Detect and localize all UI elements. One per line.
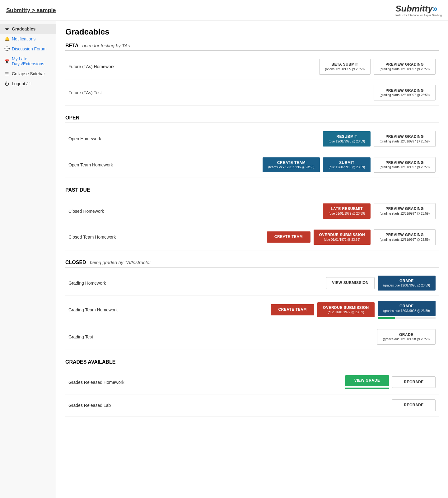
btn-label: CREATE TEAM (277, 161, 306, 165)
action-button[interactable]: GRADE(grades due 12/31/9998 @ 23:59) (377, 329, 436, 345)
sidebar-item-discussion-forum[interactable]: 💬Discussion Forum (0, 44, 56, 54)
btn-wrapper: OVERDUE SUBMISSION(due 01/01/1972 @ 23:5… (317, 302, 375, 318)
action-button[interactable]: VIEW GRADE (345, 375, 389, 386)
action-button[interactable]: RESUBMIT(due 12/31/9996 @ 23:59) (323, 131, 371, 147)
sidebar-label-gradeables: Gradeables (12, 26, 35, 31)
section-title-grades-available: GRADES AVAILABLE (65, 359, 115, 365)
btn-label: PREVIEW GRADING (385, 233, 424, 238)
gradeable-row: Grades Released HomeworkVIEW GRADEREGRAD… (65, 370, 439, 394)
action-button[interactable]: OVERDUE SUBMISSION(due 01/01/1972 @ 23:5… (314, 230, 371, 245)
progress-bar (345, 388, 389, 389)
sidebar-item-my-late-days[interactable]: 📅My Late Days/Extensions (0, 54, 56, 69)
btn-sublabel: (due 12/31/9996 @ 23:59) (329, 139, 365, 143)
section-past-due: PAST DUEClosed HomeworkLATE RESUBMIT(due… (65, 187, 439, 250)
btn-sublabel: (due 12/31/9996 @ 23:59) (329, 165, 365, 169)
action-button[interactable]: CREATE TEAM(teams lock 12/31/9996 @ 23:5… (263, 157, 320, 173)
btn-label: SUBMIT (339, 161, 354, 165)
action-button[interactable]: PREVIEW GRADING(grading starts 12/31/999… (374, 157, 436, 173)
section-open: OPENOpen HomeworkRESUBMIT(due 12/31/9996… (65, 115, 439, 178)
section-subtitle-closed: being graded by TA/Instructor (90, 260, 151, 265)
gradeable-name: Grading Homework (68, 281, 323, 286)
sidebar-item-gradeables[interactable]: ★Gradeables (0, 24, 56, 34)
breadcrumb[interactable]: Submitty > sample (6, 7, 56, 14)
gradeable-name: Grading Team Homework (68, 307, 268, 312)
btn-sublabel: (opens 12/31/9995 @ 23:59) (325, 67, 365, 71)
btn-label: LATE RESUBMIT (331, 207, 363, 212)
gradeable-actions: CREATE TEAM(teams lock 12/31/9996 @ 23:5… (263, 157, 436, 173)
action-button[interactable]: PREVIEW GRADING(grading starts 12/31/999… (374, 203, 436, 219)
sidebar-item-collapse-sidebar[interactable]: ☰Collapse Sidebar (0, 69, 56, 79)
btn-wrapper: VIEW SUBMISSION (326, 277, 375, 289)
btn-sublabel: (grading starts 12/31/9997 @ 23:59) (380, 93, 430, 97)
action-button[interactable]: GRADE(grades due 12/31/9998 @ 23:59) (378, 276, 436, 291)
action-button[interactable]: REGRADE (392, 399, 436, 411)
sidebar-label-logout: Logout Jill (12, 81, 31, 86)
gradeable-name: Closed Team Homework (68, 235, 264, 240)
action-button[interactable]: GRADE(grades due 12/31/9998 @ 23:59) (378, 301, 436, 316)
action-button[interactable]: REGRADE (392, 376, 436, 388)
section-title-past-due: PAST DUE (65, 187, 90, 193)
btn-label: PREVIEW GRADING (385, 88, 424, 93)
btn-label: GRADE (399, 304, 414, 309)
action-button[interactable]: PREVIEW GRADING(grading starts 12/31/999… (374, 59, 436, 75)
action-button[interactable]: CREATE TEAM (267, 231, 310, 243)
logo: Submitty» Instructor Interface for Paper… (395, 4, 442, 17)
sidebar-label-collapse-sidebar: Collapse Sidebar (12, 71, 45, 76)
btn-wrapper: VIEW GRADE (345, 375, 389, 389)
action-button[interactable]: PREVIEW GRADING(grading starts 12/31/999… (374, 85, 436, 101)
btn-wrapper: SUBMIT(due 12/31/9996 @ 23:59) (323, 157, 371, 173)
btn-wrapper: PREVIEW GRADING(grading starts 12/31/999… (374, 229, 436, 245)
btn-wrapper: GRADE(grades due 12/31/9998 @ 23:59) (377, 329, 436, 345)
btn-sublabel: (grades due 12/31/9998 @ 23:59) (383, 309, 430, 313)
gradeable-actions: REGRADE (392, 399, 436, 411)
action-button[interactable]: OVERDUE SUBMISSION(due 01/01/1972 @ 23:5… (317, 302, 375, 318)
action-button[interactable]: CREATE TEAM (271, 304, 314, 315)
btn-label: CREATE TEAM (274, 235, 303, 240)
gradeable-name: Grades Released Homework (68, 380, 342, 385)
page-title: Gradeables (65, 27, 439, 37)
gradeable-actions: RESUBMIT(due 12/31/9996 @ 23:59)PREVIEW … (323, 131, 436, 147)
gradeable-actions: LATE RESUBMIT(due 01/01/1972 @ 23:59)PRE… (323, 203, 436, 219)
action-button[interactable]: SUBMIT(due 12/31/9996 @ 23:59) (323, 157, 371, 173)
btn-label: PREVIEW GRADING (385, 161, 424, 165)
btn-label: VIEW SUBMISSION (332, 281, 369, 286)
gradeable-row: Future (TAs) HomeworkBETA SUBMIT(opens 1… (65, 54, 439, 80)
breadcrumb-text: Submitty > sample (6, 7, 56, 13)
section-subtitle-beta: open for testing by TAs (82, 43, 130, 48)
btn-label: GRADE (399, 279, 414, 284)
btn-label: REGRADE (404, 380, 424, 385)
gradeable-row: Grading Team HomeworkCREATE TEAMOVERDUE … (65, 296, 439, 324)
discussion-forum-icon: 💬 (4, 46, 9, 51)
progress-bar-container (345, 388, 389, 389)
action-button[interactable]: PREVIEW GRADING(grading starts 12/31/999… (374, 229, 436, 245)
action-button[interactable]: VIEW SUBMISSION (326, 277, 375, 289)
section-header-grades-available: GRADES AVAILABLE (65, 359, 439, 367)
gradeable-row: Open HomeworkRESUBMIT(due 12/31/9996 @ 2… (65, 126, 439, 152)
btn-wrapper: CREATE TEAM (271, 304, 314, 315)
section-header-open: OPEN (65, 115, 439, 123)
btn-label: REGRADE (404, 403, 424, 408)
gradeable-actions: CREATE TEAMOVERDUE SUBMISSION(due 01/01/… (267, 229, 436, 245)
sidebar-item-logout[interactable]: ⏻Logout Jill (0, 79, 56, 89)
btn-label: CREATE TEAM (278, 307, 306, 312)
section-closed: CLOSEDbeing graded by TA/InstructorGradi… (65, 260, 439, 350)
gradeable-name: Grading Test (68, 334, 374, 339)
btn-wrapper: LATE RESUBMIT(due 01/01/1972 @ 23:59) (323, 203, 371, 219)
btn-label: PREVIEW GRADING (385, 62, 424, 67)
collapse-sidebar-icon: ☰ (4, 71, 9, 76)
btn-wrapper: RESUBMIT(due 12/31/9996 @ 23:59) (323, 131, 371, 147)
sidebar-item-notifications[interactable]: 🔔Notifications (0, 34, 56, 44)
btn-wrapper: PREVIEW GRADING(grading starts 12/31/999… (374, 85, 436, 101)
action-button[interactable]: LATE RESUBMIT(due 01/01/1972 @ 23:59) (323, 203, 371, 219)
gradeable-actions: GRADE(grades due 12/31/9998 @ 23:59) (377, 329, 436, 345)
gradeables-icon: ★ (4, 26, 9, 31)
btn-wrapper: CREATE TEAM(teams lock 12/31/9996 @ 23:5… (263, 157, 320, 173)
action-button[interactable]: BETA SUBMIT(opens 12/31/9995 @ 23:59) (319, 59, 371, 75)
btn-wrapper: BETA SUBMIT(opens 12/31/9995 @ 23:59) (319, 59, 371, 75)
gradeable-actions: BETA SUBMIT(opens 12/31/9995 @ 23:59)PRE… (319, 59, 436, 75)
btn-wrapper: REGRADE (392, 376, 436, 388)
btn-wrapper: PREVIEW GRADING(grading starts 12/31/999… (374, 131, 436, 147)
btn-sublabel: (grading starts 12/31/9997 @ 23:59) (380, 139, 430, 143)
btn-sublabel: (grading starts 12/31/9997 @ 23:59) (380, 165, 430, 169)
action-button[interactable]: PREVIEW GRADING(grading starts 12/31/999… (374, 131, 436, 147)
